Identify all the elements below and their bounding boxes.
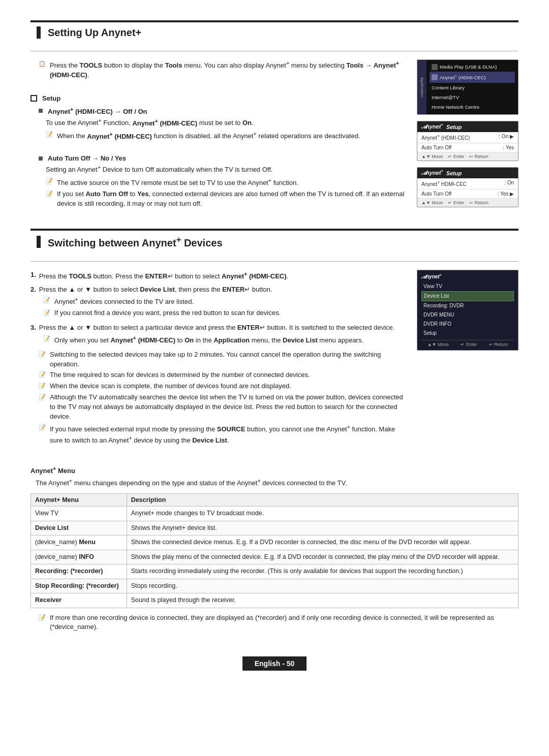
note-icon-s2-2: 📝 (43, 309, 51, 317)
step-2: 2. Press the ▲ or ▼ button to select Dev… (30, 285, 407, 320)
anynet-footer-note-text: If more than one recording device is con… (50, 613, 518, 633)
note-icon-sw2: 📝 (39, 371, 47, 379)
switching-inner: 1. Press the TOOLS button. Press the ENT… (30, 270, 518, 447)
section-divider-2 (30, 261, 518, 262)
note-icon-s2-1: 📝 (43, 296, 51, 304)
app-item-media-play: Media Play (USB & DLNA) (430, 62, 515, 72)
switching-section: Switching between Anynet+ Devices 1. Pre… (30, 229, 518, 447)
footer-text: English - 50 (255, 659, 295, 668)
switching-screenshots: 𝒜nynet+ View TV Device List Recording: D… (417, 270, 518, 447)
title-bar-decoration (37, 26, 41, 39)
device-item-rec-dvdr: Recording: DVDR (421, 301, 514, 310)
auto-note1: 📝 The active source on the TV remote mus… (46, 177, 407, 188)
footer-badge: English - 50 (242, 656, 307, 671)
note-icon-sw4: 📝 (39, 393, 47, 401)
device-list-footer: ▲▼ Move ↵ Enter ↩ Return (421, 340, 514, 347)
device-item-view-tv: View TV (421, 282, 514, 291)
setup-row-1b: Auto Turn Off : Yes (417, 143, 518, 152)
note-icon-s3: 📝 (43, 335, 51, 343)
sw-note3: 📝 When the device scan is complete, the … (39, 382, 407, 391)
app-main-area: Media Play (USB & DLNA) Anynet+ (HDMI-CE… (426, 60, 518, 114)
step-3: 3. Press the ▲ or ▼ button to select a p… (30, 323, 407, 347)
setup-screenshot-1: 𝒜nynet+ Setup Anynet+ (HDMI-CEC) : On ▶ … (417, 121, 518, 161)
anynet-icon (432, 74, 438, 80)
table-col1-header: Anynet+ Menu (31, 494, 127, 507)
setup-screenshot-2-title: 𝒜nynet+ Setup (417, 168, 518, 179)
table-col2-header: Description (127, 494, 518, 507)
section-divider-top (30, 51, 518, 51)
table-cell-menu: (device_name) Menu (31, 536, 127, 550)
device-brand: 𝒜nynet+ (421, 273, 514, 280)
anynet-menu-heading: Anynet+ Menu (30, 465, 518, 475)
note-icon-auto1: 📝 (46, 177, 54, 185)
note-icon-auto2: 📝 (46, 190, 54, 198)
step2-note1: 📝 Anynet+ devices connected to the TV ar… (43, 296, 407, 307)
page-footer: English - 50 (30, 652, 518, 675)
table-cell-desc: Starts recording immediately using the r… (127, 564, 518, 579)
table-row: (device_name) INFOShows the play menu of… (31, 550, 518, 564)
anynet-hdmi-text: Anynet+ (HDMI-CEC) → Off / On (48, 106, 147, 115)
table-cell-menu: View TV (31, 507, 127, 521)
table-header-row: Anynet+ Menu Description (31, 494, 518, 507)
sw-note4: 📝 Although the TV automatically searches… (39, 393, 407, 422)
table-cell-desc: Sound is played through the receiver. (127, 593, 518, 608)
table-cell-desc: Stops recording. (127, 579, 518, 593)
switching-title: Switching between Anynet+ Devices (30, 229, 518, 253)
step2-note2: 📝 If you cannot find a device you want, … (43, 308, 407, 318)
table-row: Stop Recording: (*recorder)Stops recordi… (31, 579, 518, 593)
table-row: ReceiverSound is played through the rece… (31, 593, 518, 608)
table-row: Recording: (*recorder)Starts recording i… (31, 564, 518, 579)
table-cell-desc: Anynet+ mode changes to TV broadcast mod… (127, 507, 518, 521)
auto-turn-heading: Auto Turn Off → No / Yes (39, 154, 407, 162)
anynet-hdmi-note: 📝 When the Anynet+ (HDMI-CEC) function i… (46, 130, 407, 141)
small-square-icon (39, 109, 43, 113)
note-icon-sw5: 📝 (39, 424, 47, 432)
app-menu-screenshot: Application Media Play (USB & DLNA) Anyn… (417, 59, 518, 115)
note-icon-sw3: 📝 (39, 382, 47, 390)
media-play-icon (432, 64, 438, 70)
device-item-dvdr-menu: DVDR MENU (421, 310, 514, 320)
setup-screenshot-2: 𝒜nynet+ Setup Anynet+ HDMI-CEC : On Auto… (417, 167, 518, 207)
anynet-hdmi-body: To use the Anynet+ Function, Anynet+ (HD… (46, 116, 407, 128)
switching-content: 1. Press the TOOLS button. Press the ENT… (30, 270, 407, 447)
anynet-hdmi-note-text: When the Anynet+ (HDMI-CEC) function is … (57, 130, 360, 141)
auto-note1-text: The active source on the TV remote must … (57, 177, 298, 188)
setup-row-2b: Auto Turn Off : Yes ▶ (417, 190, 518, 199)
app-item-content-lib: Content Library (430, 83, 515, 92)
device-list-screenshot: 𝒜nynet+ View TV Device List Recording: D… (417, 270, 518, 351)
note-icon-hdmi: 📝 (46, 131, 54, 139)
anynet-menu-section: Anynet+ Menu The Anynet+ menu changes de… (30, 465, 518, 632)
setup-sub-heading-text: Setup (42, 94, 60, 102)
auto-turn-body: Setting an Anynet+ Device to turn Off au… (46, 163, 407, 175)
setup-screenshot-2-footer: ▲▼ Move ↵ Enter ↩ Return (417, 199, 518, 207)
table-row: View TVAnynet+ mode changes to TV broadc… (31, 507, 518, 521)
table-row: Device ListShows the Anynet+ device list… (31, 521, 518, 536)
setup-title: Setting Up Anynet+ (30, 20, 518, 43)
setup-row-1a: Anynet+ (HDMI-CEC) : On ▶ (417, 132, 518, 143)
device-item-dvdr-info: DVDR INFO (421, 320, 514, 329)
app-item-anynet: Anynet+ (HDMI-CEC) (430, 72, 515, 82)
setup-inner: 📋 Press the TOOLS button to display the … (30, 59, 518, 210)
step-1: 1. Press the TOOLS button. Press the ENT… (30, 270, 407, 281)
setup-row-2a: Anynet+ HDMI-CEC : On (417, 178, 518, 189)
sw-note2: 📝 The time required to scan for devices … (39, 370, 407, 380)
anynet-menu-heading-text: Anynet+ Menu (30, 465, 75, 475)
table-cell-menu: Recording: (*recorder) (31, 564, 127, 579)
anynet-hdmi-heading: Anynet+ (HDMI-CEC) → Off / On (39, 106, 407, 115)
table-cell-menu: Stop Recording: (*recorder) (31, 579, 127, 593)
small-square-icon-2 (39, 156, 43, 161)
note-icon-footer: 📝 (39, 614, 47, 622)
setup-intro-note: 📋 Press the TOOLS button to display the … (39, 59, 407, 80)
table-cell-menu: (device_name) INFO (31, 550, 127, 564)
setup-intro-text: Press the TOOLS button to display the To… (50, 59, 407, 80)
anynet-menu-intro: The Anynet+ menu changes depending on th… (36, 477, 518, 488)
auto-note2-text: If you set Auto Turn Off to Yes, connect… (57, 190, 407, 209)
device-item-setup: Setup (421, 329, 514, 338)
table-cell-desc: Shows the play menu of the connected dev… (127, 550, 518, 564)
note-icon-sw1: 📝 (39, 351, 47, 359)
auto-turn-text: Auto Turn Off → No / Yes (48, 154, 126, 162)
table-cell-desc: Shows the connected device menus. E.g. I… (127, 536, 518, 550)
switching-steps: 1. Press the TOOLS button. Press the ENT… (30, 270, 407, 347)
app-sidebar: Application (417, 60, 426, 114)
switching-heading-text: Switching between Anynet+ Devices (48, 235, 223, 249)
